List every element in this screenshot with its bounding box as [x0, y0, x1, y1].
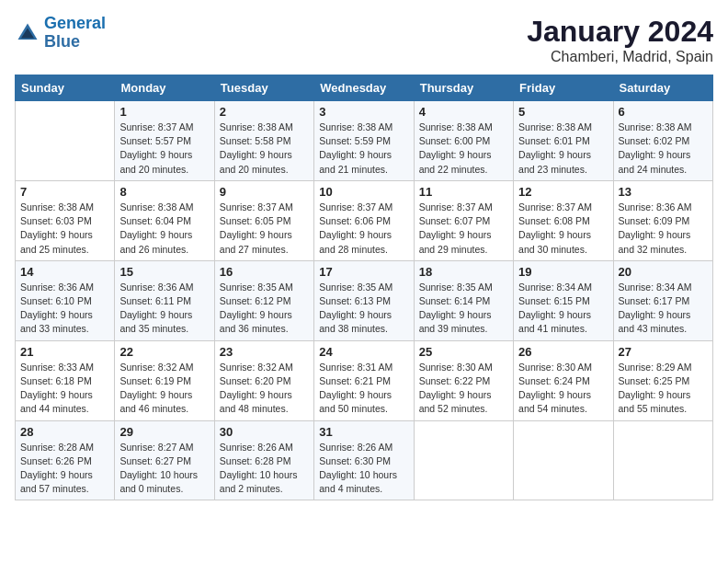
day-number: 15 [119, 265, 209, 279]
day-detail: Sunrise: 8:38 AM Sunset: 5:58 PM Dayligh… [220, 121, 309, 177]
day-cell: 5Sunrise: 8:38 AM Sunset: 6:01 PM Daylig… [514, 101, 613, 181]
day-detail: Sunrise: 8:38 AM Sunset: 6:03 PM Dayligh… [20, 201, 109, 257]
day-cell: 12Sunrise: 8:37 AM Sunset: 6:08 PM Dayli… [514, 180, 613, 260]
day-number: 4 [419, 105, 508, 119]
header-row: SundayMondayTuesdayWednesdayThursdayFrid… [16, 75, 713, 101]
day-number: 24 [319, 345, 408, 359]
logo-icon [15, 20, 40, 46]
day-number: 18 [419, 265, 508, 279]
day-detail: Sunrise: 8:35 AM Sunset: 6:12 PM Dayligh… [220, 281, 309, 337]
header-wednesday: Wednesday [314, 75, 414, 101]
day-detail: Sunrise: 8:38 AM Sunset: 6:04 PM Dayligh… [119, 201, 209, 257]
day-cell: 27Sunrise: 8:29 AM Sunset: 6:25 PM Dayli… [613, 340, 712, 420]
header-sunday: Sunday [16, 75, 115, 101]
day-detail: Sunrise: 8:36 AM Sunset: 6:10 PM Dayligh… [20, 281, 109, 337]
day-detail: Sunrise: 8:32 AM Sunset: 6:19 PM Dayligh… [119, 361, 209, 417]
day-detail: Sunrise: 8:32 AM Sunset: 6:20 PM Dayligh… [220, 361, 309, 417]
day-detail: Sunrise: 8:36 AM Sunset: 6:11 PM Dayligh… [119, 281, 209, 337]
day-detail: Sunrise: 8:35 AM Sunset: 6:13 PM Dayligh… [319, 281, 408, 337]
logo-line1: General [44, 14, 106, 32]
day-detail: Sunrise: 8:37 AM Sunset: 5:57 PM Dayligh… [119, 121, 209, 177]
header-friday: Friday [514, 75, 613, 101]
day-cell: 17Sunrise: 8:35 AM Sunset: 6:13 PM Dayli… [314, 260, 414, 340]
week-row-3: 14Sunrise: 8:36 AM Sunset: 6:10 PM Dayli… [16, 260, 713, 340]
header-saturday: Saturday [613, 75, 712, 101]
day-number: 30 [220, 425, 309, 439]
logo: General Blue [15, 15, 106, 52]
day-number: 1 [119, 105, 209, 119]
day-cell: 28Sunrise: 8:28 AM Sunset: 6:26 PM Dayli… [16, 420, 115, 500]
day-cell: 7Sunrise: 8:38 AM Sunset: 6:03 PM Daylig… [16, 180, 115, 260]
calendar-table: SundayMondayTuesdayWednesdayThursdayFrid… [15, 75, 713, 500]
day-cell: 4Sunrise: 8:38 AM Sunset: 6:00 PM Daylig… [414, 101, 513, 181]
day-cell: 8Sunrise: 8:38 AM Sunset: 6:04 PM Daylig… [115, 180, 214, 260]
day-number: 10 [319, 185, 408, 199]
day-number: 29 [119, 425, 209, 439]
day-detail: Sunrise: 8:34 AM Sunset: 6:17 PM Dayligh… [619, 281, 708, 337]
day-number: 16 [220, 265, 309, 279]
week-row-1: 1Sunrise: 8:37 AM Sunset: 5:57 PM Daylig… [16, 101, 713, 181]
month-title: January 2024 [527, 15, 713, 49]
day-number: 14 [20, 265, 109, 279]
day-number: 22 [119, 345, 209, 359]
day-number: 23 [220, 345, 309, 359]
day-cell: 30Sunrise: 8:26 AM Sunset: 6:28 PM Dayli… [214, 420, 313, 500]
day-number: 9 [220, 185, 309, 199]
day-number: 12 [518, 185, 608, 199]
day-number: 8 [119, 185, 209, 199]
day-detail: Sunrise: 8:28 AM Sunset: 6:26 PM Dayligh… [20, 441, 109, 497]
day-cell: 11Sunrise: 8:37 AM Sunset: 6:07 PM Dayli… [414, 180, 513, 260]
day-cell: 15Sunrise: 8:36 AM Sunset: 6:11 PM Dayli… [115, 260, 214, 340]
day-cell [414, 420, 513, 500]
day-number: 26 [518, 345, 608, 359]
day-number: 5 [518, 105, 608, 119]
day-cell: 29Sunrise: 8:27 AM Sunset: 6:27 PM Dayli… [115, 420, 214, 500]
day-cell: 26Sunrise: 8:30 AM Sunset: 6:24 PM Dayli… [514, 340, 613, 420]
day-detail: Sunrise: 8:33 AM Sunset: 6:18 PM Dayligh… [20, 361, 109, 417]
day-cell: 2Sunrise: 8:38 AM Sunset: 5:58 PM Daylig… [214, 101, 313, 181]
day-cell: 18Sunrise: 8:35 AM Sunset: 6:14 PM Dayli… [414, 260, 513, 340]
day-detail: Sunrise: 8:38 AM Sunset: 6:00 PM Dayligh… [419, 121, 508, 177]
day-number: 6 [619, 105, 708, 119]
day-number: 20 [619, 265, 708, 279]
day-number: 13 [619, 185, 708, 199]
day-cell: 31Sunrise: 8:26 AM Sunset: 6:30 PM Dayli… [314, 420, 414, 500]
location-title: Chamberi, Madrid, Spain [527, 49, 713, 65]
day-number: 28 [20, 425, 109, 439]
day-cell [613, 420, 712, 500]
day-cell: 13Sunrise: 8:36 AM Sunset: 6:09 PM Dayli… [613, 180, 712, 260]
day-number: 7 [20, 185, 109, 199]
day-detail: Sunrise: 8:26 AM Sunset: 6:30 PM Dayligh… [319, 441, 408, 497]
day-detail: Sunrise: 8:37 AM Sunset: 6:08 PM Dayligh… [518, 201, 608, 257]
day-number: 3 [319, 105, 408, 119]
day-detail: Sunrise: 8:37 AM Sunset: 6:05 PM Dayligh… [220, 201, 309, 257]
day-cell: 14Sunrise: 8:36 AM Sunset: 6:10 PM Dayli… [16, 260, 115, 340]
day-cell: 19Sunrise: 8:34 AM Sunset: 6:15 PM Dayli… [514, 260, 613, 340]
day-cell: 24Sunrise: 8:31 AM Sunset: 6:21 PM Dayli… [314, 340, 414, 420]
day-detail: Sunrise: 8:38 AM Sunset: 6:02 PM Dayligh… [619, 121, 708, 177]
title-section: January 2024 Chamberi, Madrid, Spain [527, 15, 713, 65]
day-detail: Sunrise: 8:26 AM Sunset: 6:28 PM Dayligh… [220, 441, 309, 497]
day-detail: Sunrise: 8:27 AM Sunset: 6:27 PM Dayligh… [119, 441, 209, 497]
day-number: 27 [619, 345, 708, 359]
day-cell: 6Sunrise: 8:38 AM Sunset: 6:02 PM Daylig… [613, 101, 712, 181]
day-detail: Sunrise: 8:31 AM Sunset: 6:21 PM Dayligh… [319, 361, 408, 417]
day-detail: Sunrise: 8:30 AM Sunset: 6:24 PM Dayligh… [518, 361, 608, 417]
day-cell: 1Sunrise: 8:37 AM Sunset: 5:57 PM Daylig… [115, 101, 214, 181]
week-row-2: 7Sunrise: 8:38 AM Sunset: 6:03 PM Daylig… [16, 180, 713, 260]
day-number: 21 [20, 345, 109, 359]
day-detail: Sunrise: 8:35 AM Sunset: 6:14 PM Dayligh… [419, 281, 508, 337]
day-detail: Sunrise: 8:29 AM Sunset: 6:25 PM Dayligh… [619, 361, 708, 417]
day-number: 25 [419, 345, 508, 359]
logo-line2: Blue [44, 32, 80, 51]
day-number: 31 [319, 425, 408, 439]
day-cell: 10Sunrise: 8:37 AM Sunset: 6:06 PM Dayli… [314, 180, 414, 260]
day-number: 17 [319, 265, 408, 279]
day-detail: Sunrise: 8:30 AM Sunset: 6:22 PM Dayligh… [419, 361, 508, 417]
logo-text: General Blue [44, 15, 106, 52]
day-detail: Sunrise: 8:37 AM Sunset: 6:06 PM Dayligh… [319, 201, 408, 257]
day-cell: 23Sunrise: 8:32 AM Sunset: 6:20 PM Dayli… [214, 340, 313, 420]
day-cell: 20Sunrise: 8:34 AM Sunset: 6:17 PM Dayli… [613, 260, 712, 340]
day-detail: Sunrise: 8:36 AM Sunset: 6:09 PM Dayligh… [619, 201, 708, 257]
day-cell: 25Sunrise: 8:30 AM Sunset: 6:22 PM Dayli… [414, 340, 513, 420]
